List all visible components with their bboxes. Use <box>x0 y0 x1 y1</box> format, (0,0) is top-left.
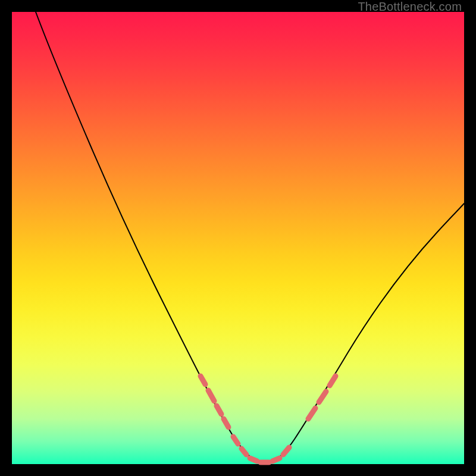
highlight-seg <box>319 392 326 402</box>
highlight-seg <box>201 376 205 384</box>
chart-frame: TheBottleneck.com <box>0 0 476 476</box>
highlight-seg <box>273 458 280 461</box>
highlight-seg <box>330 376 336 386</box>
highlight-seg <box>224 419 228 427</box>
highlight-seg <box>283 447 289 455</box>
highlight-seg <box>250 458 257 461</box>
highlight-seg <box>233 437 238 444</box>
highlight-seg <box>208 390 214 401</box>
bottleneck-curve <box>36 12 464 463</box>
highlight-seg <box>242 449 246 455</box>
highlight-seg <box>217 406 221 414</box>
curve-svg <box>12 12 464 464</box>
plot-area <box>12 12 464 464</box>
highlight-group <box>201 376 336 462</box>
highlight-seg <box>308 408 315 419</box>
